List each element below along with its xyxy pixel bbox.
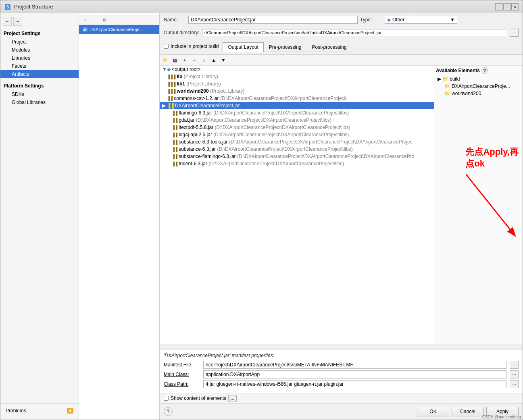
- show-content-checkbox[interactable]: [164, 396, 169, 401]
- add-artifact-button[interactable]: +: [81, 16, 90, 24]
- manifest-file-row: Manifest File: ⋯: [164, 361, 519, 369]
- tree-row-flamingo[interactable]: ▐▐ flamingo-6.3.jar (D:\DXAirportClearan…: [160, 109, 434, 116]
- sidebar-bottom: Problems 4: [0, 403, 79, 418]
- folder-button[interactable]: 📁: [161, 56, 170, 64]
- tree-row-dxairport[interactable]: ▶ ▐▐ DXAirportClearanceProject.jar: [160, 102, 434, 109]
- sidebar-item-sdks[interactable]: SDKs: [0, 90, 79, 98]
- dxairport-arrow-icon: ▶: [162, 103, 167, 108]
- manifest-file-browse-button[interactable]: ⋯: [510, 361, 519, 369]
- down-button[interactable]: ▼: [219, 56, 228, 64]
- trident-icon: ▐▐: [172, 162, 177, 166]
- tree-row-lib1[interactable]: ▐▐▐ lib1 (Project Library): [160, 80, 434, 87]
- tree-row-trident[interactable]: ▐▐ trident-6.3.jar (D:\DXAirportClearanc…: [160, 160, 434, 167]
- tree-flamingo-label: flamingo-6.3.jar (D:\DXAirportClearanceP…: [179, 110, 349, 116]
- tree-substance-label: substance-6.3.jar (D:\DXAirportClearance…: [179, 146, 353, 152]
- sidebar-item-modules[interactable]: Modules: [0, 46, 79, 54]
- artifact-list-panel: + − ⧉ DXAirportClearanceProje...: [79, 13, 160, 420]
- tree-row-lib[interactable]: ▐▐▐ lib (Project Library): [160, 73, 434, 80]
- artifact-list-toolbar: + − ⧉: [79, 15, 159, 25]
- substance-icon: ▐▐: [172, 147, 177, 152]
- title-bar-left: S Project Structure: [4, 4, 53, 10]
- show-content-label: Show content of elements: [171, 395, 226, 401]
- more-button[interactable]: ...: [228, 395, 237, 401]
- main-content: ← → Project Settings Project Modules Lib…: [0, 13, 523, 420]
- window-title: Project Structure: [14, 4, 53, 10]
- up-button[interactable]: ▲: [209, 56, 218, 64]
- sidebar-item-facets[interactable]: Facets: [0, 62, 79, 70]
- tree-row-substance[interactable]: ▐▐ substance-6.3.jar (D:\DXAirportCleara…: [160, 146, 434, 153]
- tab-post-processing[interactable]: Post-processing: [307, 42, 352, 52]
- main-class-row: Main Class: ⋯: [164, 370, 519, 378]
- cancel-button[interactable]: Cancel: [452, 407, 484, 416]
- dxairport-folder-icon: 📁: [444, 83, 450, 89]
- project-settings-header: Project Settings: [0, 29, 79, 38]
- main-class-input[interactable]: [203, 370, 506, 378]
- minimize-button[interactable]: −: [495, 3, 502, 10]
- copy-artifact-button[interactable]: ⧉: [100, 16, 109, 24]
- remove-artifact-button[interactable]: −: [90, 16, 99, 24]
- tree-row-commons[interactable]: ▐▐ commons-csv-1.2.jar (D:\DXAirportClea…: [160, 95, 434, 102]
- classpath-input[interactable]: [203, 380, 506, 388]
- add-button[interactable]: +: [180, 56, 189, 64]
- tree-row-substance-tools[interactable]: ▐▐ substance-6.3-tools.jar (D:\DXAirport…: [160, 138, 434, 146]
- remove-button[interactable]: −: [190, 56, 199, 64]
- back-button[interactable]: ←: [3, 17, 12, 26]
- list-button[interactable]: ▤: [171, 56, 179, 64]
- sidebar-item-artifacts[interactable]: Artifacts: [0, 70, 79, 78]
- tab-output-layout[interactable]: Output Layout: [223, 42, 263, 52]
- tree-substance-flamingo-label: substance-flamingo-6.3.jar (D:\DXAirport…: [179, 154, 414, 159]
- output-dir-browse-button[interactable]: ⋯: [510, 29, 519, 37]
- output-dir-label: Output directory:: [164, 30, 200, 35]
- avail-item-build[interactable]: ▶ 📁 build: [436, 75, 521, 83]
- include-build-checkbox[interactable]: [164, 44, 169, 49]
- worldwind-avail-label: worldwind200: [452, 91, 481, 96]
- avail-item-worldwind[interactable]: 📁 worldwind200: [436, 90, 521, 97]
- tree-row-root[interactable]: ▼ ◆ <output root>: [160, 66, 434, 73]
- itextpdf-icon: ▐▐: [172, 125, 177, 130]
- tree-row-itextpdf[interactable]: ▐▐ itextpdf-5.5.8.jar (D:\DXAirportClear…: [160, 124, 434, 131]
- substance-tools-icon: ▐▐: [172, 140, 177, 144]
- problems-row[interactable]: Problems 4: [2, 406, 77, 416]
- sort-button[interactable]: ↕: [200, 56, 208, 64]
- sidebar-item-global-libraries[interactable]: Global Libraries: [0, 98, 79, 106]
- avail-item-dxairport[interactable]: 📁 DXAirportClearanceProje...: [436, 83, 521, 90]
- artifact-entry[interactable]: DXAirportClearanceProje...: [79, 25, 159, 34]
- forward-button[interactable]: →: [13, 17, 22, 26]
- main-class-browse-button[interactable]: ⋯: [510, 370, 519, 378]
- title-bar: S Project Structure − □ ✕: [0, 0, 523, 13]
- tree-row-worldwind[interactable]: ▐▐▐ worldwind200 (Project Library): [160, 87, 434, 95]
- tree-lib1-label: lib1 (Project Library): [177, 81, 221, 87]
- ok-button[interactable]: OK: [417, 407, 449, 416]
- available-label: Available Elements: [436, 68, 480, 73]
- build-folder-icon: 📁: [442, 76, 448, 82]
- split-area: ▼ ◆ <output root> ▐▐▐ lib (Project Libra…: [160, 66, 523, 344]
- sidebar-item-project[interactable]: Project: [0, 38, 79, 46]
- help-button[interactable]: ?: [164, 407, 173, 416]
- artifact-icon: [82, 27, 88, 32]
- type-dropdown[interactable]: ◆ Other ▼: [385, 16, 457, 24]
- include-build-row: Include in project build: [164, 43, 219, 50]
- build-label: build: [450, 76, 460, 82]
- platform-settings-header: Platform Settings: [0, 81, 79, 90]
- classpath-browse-button[interactable]: ⋯: [510, 380, 519, 388]
- tab-pre-processing[interactable]: Pre-processing: [264, 42, 307, 52]
- tree-row-gdal[interactable]: ▐▐ gdal.jar (D:\DXAirportClearanceProjec…: [160, 116, 434, 124]
- classpath-label: Class Path:: [164, 381, 200, 387]
- tree-log4j-label: log4j-api-2.5.jar (D:\DXAirportClearance…: [179, 132, 349, 137]
- project-structure-window: S Project Structure − □ ✕ ← → Project Se…: [0, 0, 523, 420]
- tree-root-label: <output root>: [172, 67, 200, 72]
- output-dir-row: Output directory: ⋯: [164, 29, 519, 37]
- manifest-file-input[interactable]: [203, 361, 506, 369]
- tree-row-substance-flamingo[interactable]: ▐▐ substance-flamingo-6.3.jar (D:\DXAirp…: [160, 153, 434, 160]
- tree-row-log4j[interactable]: ▐▐ log4j-api-2.5.jar (D:\DXAirportCleara…: [160, 131, 434, 138]
- close-button[interactable]: ✕: [511, 3, 519, 10]
- output-dir-input[interactable]: [202, 29, 507, 36]
- horizontal-scrollbar[interactable]: [160, 344, 523, 349]
- maximize-button[interactable]: □: [503, 3, 510, 10]
- available-help-icon[interactable]: ?: [481, 67, 488, 74]
- svg-text:S: S: [6, 5, 9, 9]
- artifact-header: Name: Type: ◆ Other ▼ Output directory: …: [160, 13, 523, 55]
- sidebar-item-libraries[interactable]: Libraries: [0, 54, 79, 62]
- name-input[interactable]: [188, 16, 358, 24]
- substance-flamingo-icon: ▐▐: [172, 154, 177, 159]
